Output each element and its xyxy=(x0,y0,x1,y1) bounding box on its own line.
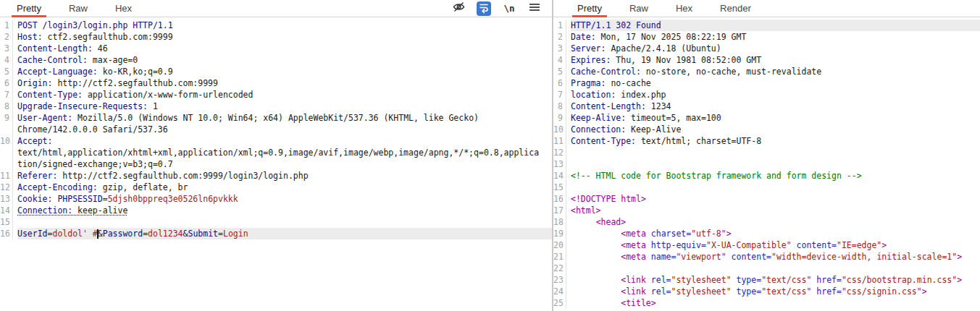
code-text: Accept: xyxy=(17,135,552,147)
line-number: 19 xyxy=(553,228,566,239)
code-line: 8Upgrade-Insecure-Requests: 1 xyxy=(0,101,552,112)
line-number: 4 xyxy=(0,54,13,66)
request-toolbar: \n xyxy=(451,0,552,17)
code-line: 16<!DOCTYPE html> xyxy=(553,193,980,205)
response-tab-hex[interactable]: Hex xyxy=(671,0,698,17)
code-text: POST /login3/login.php HTTP/1.1 xyxy=(17,20,552,31)
line-number: 7 xyxy=(0,89,13,101)
line-number xyxy=(0,124,13,135)
code-text xyxy=(571,263,980,274)
code-line: 22 xyxy=(553,263,980,274)
request-tab-hex[interactable]: Hex xyxy=(110,0,137,17)
code-line: 24 <link rel="stylesheet" type="text/css… xyxy=(553,286,980,297)
code-line: 20 <meta http-equiv="X-UA-Compatible" co… xyxy=(553,239,980,251)
line-number: 6 xyxy=(553,77,566,89)
code-text: Cookie: PHPSESSID=5djsh0bppreq3e0526ln6p… xyxy=(17,193,552,205)
code-text: Content-Length: 46 xyxy=(17,43,552,54)
code-text: HTTP/1.1 302 Found xyxy=(571,20,980,31)
code-line: 4Cache-Control: max-age=0 xyxy=(0,54,552,66)
line-number: 4 xyxy=(553,54,566,66)
line-number: 7 xyxy=(553,89,566,101)
line-number: 10 xyxy=(553,124,566,135)
code-text: <!-- HTML code for Bootstrap framework a… xyxy=(571,170,980,182)
code-line: 16UserId=doldol' #&Password=dol1234&Subm… xyxy=(0,228,552,239)
code-line: 15 xyxy=(553,182,980,193)
code-line: Chrome/142.0.0.0 Safari/537.36 xyxy=(0,124,552,135)
request-pane: Pretty Raw Hex xyxy=(0,0,553,311)
line-number: 25 xyxy=(553,297,566,309)
code-text: Accept-Encoding: gzip, deflate, br xyxy=(17,182,552,193)
code-line: 6Origin: http://ctf2.segfaulthub.com:999… xyxy=(0,77,552,89)
word-wrap-toggle[interactable] xyxy=(477,1,491,16)
code-line: 2Host: ctf2.segfaulthub.com:9999 xyxy=(0,31,552,43)
line-number: 11 xyxy=(0,170,13,182)
code-text: Expires: Thu, 19 Nov 1981 08:52:00 GMT xyxy=(571,54,980,66)
code-text: text/html,application/xhtml+xml,applicat… xyxy=(17,147,552,158)
code-line: 11Content-Type: text/html; charset=UTF-8 xyxy=(553,135,980,147)
request-tab-pretty[interactable]: Pretty xyxy=(12,0,46,17)
code-text: Accept-Language: ko-KR,ko;q=0.9 xyxy=(17,66,552,77)
code-text xyxy=(17,216,552,228)
line-number: 12 xyxy=(0,182,13,193)
line-number: 14 xyxy=(0,205,13,216)
line-number: 1 xyxy=(553,20,566,31)
response-editor[interactable]: 1HTTP/1.1 302 Found2Date: Mon, 17 Nov 20… xyxy=(553,17,980,311)
code-text: <meta charset="utf-8"> xyxy=(571,228,980,239)
code-line: tion/signed-exchange;v=b3;q=0.7 xyxy=(0,158,552,170)
hamburger-menu-icon xyxy=(529,2,540,15)
code-text: Content-Type: application/x-www-form-url… xyxy=(17,89,552,101)
line-number: 9 xyxy=(0,112,13,124)
code-text: Server: Apache/2.4.18 (Ubuntu) xyxy=(571,43,980,54)
editor-menu-button[interactable] xyxy=(527,1,542,16)
request-editor[interactable]: 1POST /login3/login.php HTTP/1.12Host: c… xyxy=(0,17,552,311)
code-text: UserId=doldol' #&Password=dol1234&Submit… xyxy=(17,228,552,239)
code-text: Content-Type: text/html; charset=UTF-8 xyxy=(571,135,980,147)
code-text: <title> xyxy=(571,297,980,309)
line-number: 15 xyxy=(0,216,13,228)
code-text xyxy=(571,158,980,170)
code-line: 13Cookie: PHPSESSID=5djsh0bppreq3e0526ln… xyxy=(0,193,552,205)
code-line: 1POST /login3/login.php HTTP/1.1 xyxy=(0,20,552,31)
code-text: Content-Length: 1234 xyxy=(571,101,980,112)
code-text: Host: ctf2.segfaulthub.com:9999 xyxy=(17,31,552,43)
response-tabbar: Pretty Raw Hex Render xyxy=(553,0,980,17)
word-wrap-icon xyxy=(477,0,491,17)
request-tab-raw[interactable]: Raw xyxy=(64,0,93,17)
response-tab-render[interactable]: Render xyxy=(715,0,756,17)
code-line: 10Accept: xyxy=(0,135,552,147)
line-number: 2 xyxy=(553,31,566,43)
line-number: 20 xyxy=(553,239,566,251)
code-text: Origin: http://ctf2.segfaulthub.com:9999 xyxy=(17,77,552,89)
line-number: 8 xyxy=(0,101,13,112)
code-text: Keep-Alive: timeout=5, max=100 xyxy=(571,112,980,124)
code-line: 17<html> xyxy=(553,205,980,216)
code-text: Chrome/142.0.0.0 Safari/537.36 xyxy=(17,124,552,135)
line-number: 14 xyxy=(553,170,566,182)
code-text: <meta name="viewport" content="width=dev… xyxy=(571,251,980,263)
line-number: 16 xyxy=(0,228,13,239)
line-number xyxy=(0,147,13,158)
response-tab-raw[interactable]: Raw xyxy=(624,0,653,17)
line-number: 23 xyxy=(553,274,566,286)
show-newlines-button[interactable]: \n xyxy=(502,1,516,16)
code-line: 11Referer: http://ctf2.segfaulthub.com:9… xyxy=(0,170,552,182)
code-text: Connection: Keep-Alive xyxy=(571,124,980,135)
response-tab-pretty[interactable]: Pretty xyxy=(572,0,607,17)
line-number: 13 xyxy=(0,193,13,205)
code-line: 14Connection: keep-alive xyxy=(0,205,552,216)
code-line: 5Cache-Control: no-store, no-cache, must… xyxy=(553,66,980,77)
line-number: 21 xyxy=(553,251,566,263)
line-number: 9 xyxy=(553,112,566,124)
eye-off-icon xyxy=(452,0,466,17)
code-text: <meta http-equiv="X-UA-Compatible" conte… xyxy=(571,239,980,251)
code-line: 14<!-- HTML code for Bootstrap framework… xyxy=(553,170,980,182)
code-line: 3Content-Length: 46 xyxy=(0,43,552,54)
code-line: 8Content-Length: 1234 xyxy=(553,101,980,112)
hide-non-printing-button[interactable] xyxy=(451,1,466,16)
code-text: Pragma: no-cache xyxy=(571,77,980,89)
line-number: 6 xyxy=(0,77,13,89)
line-number: 18 xyxy=(553,216,566,228)
code-line: 7Content-Type: application/x-www-form-ur… xyxy=(0,89,552,101)
newline-icon: \n xyxy=(503,3,514,14)
response-pane: Pretty Raw Hex Render 1HTTP/1.1 302 Foun… xyxy=(553,0,980,311)
